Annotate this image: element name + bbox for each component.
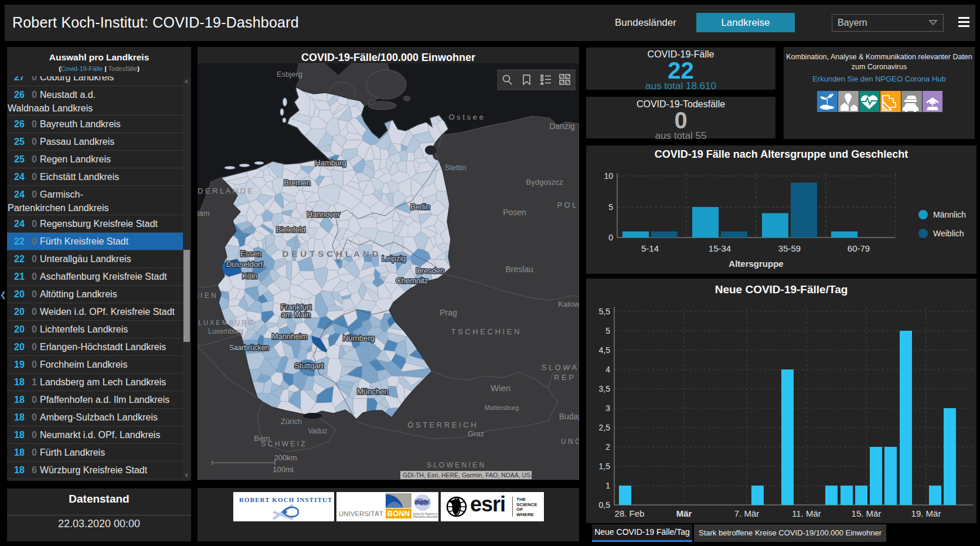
svg-text:R E P: R E P [554, 373, 574, 382]
svg-text:2: 2 [605, 442, 610, 452]
svg-text:15. Mär: 15. Mär [852, 508, 882, 518]
svg-text:G I E N: G I E N [198, 291, 216, 300]
svg-text:Männlich: Männlich [933, 210, 966, 219]
svg-text:S L O W E N I E N: S L O W E N I E N [427, 461, 484, 469]
svg-text:S L O W A: S L O W A [542, 363, 577, 372]
svg-text:Posen: Posen [503, 208, 526, 217]
svg-text:Prag: Prag [440, 308, 457, 317]
svg-text:T S C H E C H I E N: T S C H E C H I E N [451, 327, 520, 336]
svg-text:1: 1 [605, 481, 610, 490]
svg-text:Nürnberg: Nürnberg [343, 334, 375, 342]
svg-text:Köln: Köln [242, 272, 257, 280]
svg-text:Vaduz: Vaduz [308, 427, 327, 435]
svg-text:5: 5 [608, 202, 613, 212]
svg-text:Mär: Mär [676, 508, 692, 518]
svg-text:Altersgruppe: Altersgruppe [729, 259, 783, 269]
svg-text:15-34: 15-34 [709, 243, 731, 253]
svg-text:200km: 200km [274, 453, 297, 462]
svg-text:3,5: 3,5 [599, 384, 611, 394]
svg-text:Wien: Wien [491, 383, 511, 393]
svg-text:7. Mär: 7. Mär [734, 508, 760, 518]
svg-text:5-14: 5-14 [641, 243, 659, 253]
svg-text:S C H W E I Z: S C H W E I Z [261, 440, 305, 448]
svg-text:28. Feb: 28. Feb [615, 508, 645, 518]
svg-text:Bydgoszcz: Bydgoszcz [526, 178, 563, 186]
svg-text:Breslau: Breslau [505, 264, 533, 274]
svg-text:Chemnitz: Chemnitz [396, 276, 428, 285]
svg-text:München: München [357, 387, 388, 396]
svg-text:Danzig: Danzig [549, 121, 575, 131]
svg-text:Budap: Budap [559, 412, 579, 421]
svg-text:Luxemburg: Luxemburg [208, 327, 243, 335]
svg-text:Düsseldorf: Düsseldorf [226, 260, 263, 269]
svg-text:O s t s e e: O s t s e e [448, 113, 483, 121]
svg-text:4: 4 [605, 365, 610, 374]
svg-text:Bremen: Bremen [284, 178, 311, 187]
svg-text:Leipzig: Leipzig [382, 254, 406, 263]
svg-text:dam: dam [198, 209, 210, 218]
svg-text:L U X E M B U R G: L U X E M B U R G [198, 319, 253, 326]
svg-text:19. Mär: 19. Mär [911, 508, 941, 518]
svg-text:3: 3 [605, 403, 610, 413]
svg-text:35-59: 35-59 [778, 243, 801, 253]
svg-text:Hamburg: Hamburg [315, 158, 346, 167]
svg-text:1,5: 1,5 [599, 462, 611, 471]
svg-text:P O L: P O L [557, 201, 576, 209]
svg-text:11. Mär: 11. Mär [792, 508, 821, 518]
svg-text:Stuttgart: Stuttgart [294, 361, 324, 370]
svg-text:4,5: 4,5 [599, 345, 611, 355]
svg-text:Katowic: Katowic [558, 300, 579, 308]
svg-text:COVID-19 Fälle nach Altersgrup: COVID-19 Fälle nach Altersgruppe und Ges… [655, 148, 908, 160]
svg-text:Esbjerg: Esbjerg [277, 70, 302, 79]
svg-text:Graz: Graz [468, 429, 484, 438]
svg-text:2,5: 2,5 [599, 423, 611, 432]
svg-text:am Main: am Main [281, 310, 311, 319]
svg-text:DEUTSCHLAND: DEUTSCHLAND [282, 249, 381, 259]
svg-text:0: 0 [608, 233, 613, 242]
svg-text:Berlin: Berlin [410, 202, 430, 211]
svg-text:Dresden: Dresden [416, 266, 444, 275]
svg-text:Bielefeld: Bielefeld [276, 225, 305, 234]
svg-text:Weiblich: Weiblich [933, 229, 964, 238]
svg-text:D E R L A N D E: D E R L A N D E [198, 186, 253, 195]
svg-text:0,5: 0,5 [599, 500, 611, 510]
svg-text:60-79: 60-79 [848, 243, 870, 253]
svg-text:Hannover: Hannover [307, 210, 341, 219]
svg-text:Saarbrücken: Saarbrücken [229, 344, 269, 352]
svg-text:Neue COVID-19-Fälle/Tag: Neue COVID-19-Fälle/Tag [715, 283, 848, 296]
svg-text:10: 10 [604, 171, 613, 181]
svg-text:Stettin: Stettin [445, 163, 467, 172]
svg-text:Ö S T E R R E I C H: Ö S T E R R E I C H [407, 420, 476, 429]
svg-text:5,5: 5,5 [599, 307, 611, 316]
svg-text:GDI-TH, Esri, HERE, Garmin, FA: GDI-TH, Esri, HERE, Garmin, FAO, NOAA, U… [403, 472, 537, 479]
svg-text:5: 5 [605, 326, 610, 335]
svg-text:U N G A: U N G A [561, 438, 579, 446]
svg-text:Mannheim: Mannheim [272, 332, 308, 341]
svg-text:100mi: 100mi [273, 465, 294, 474]
svg-text:Essen: Essen [240, 249, 261, 258]
svg-text:Mattersburg: Mattersburg [485, 404, 519, 411]
svg-text:Zürich: Zürich [281, 417, 302, 426]
